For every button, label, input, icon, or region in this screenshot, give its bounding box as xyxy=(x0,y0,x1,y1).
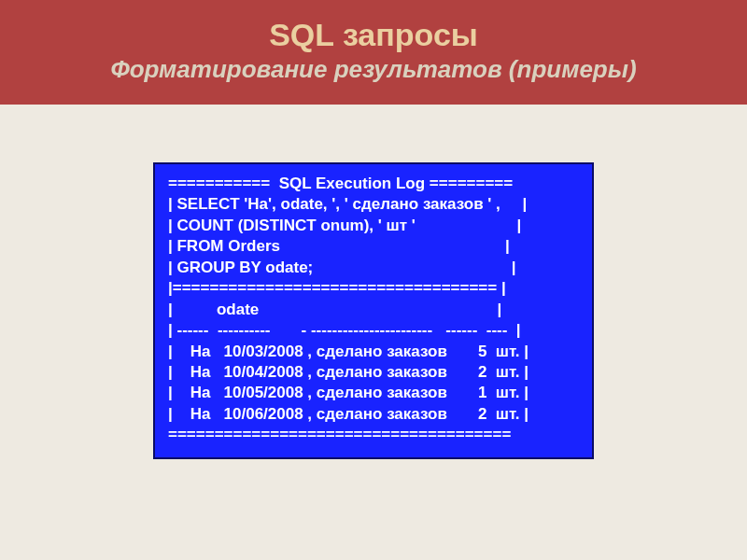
sql-line: =========== SQL Execution Log ========= xyxy=(168,174,579,194)
sql-line: | ------ ---------- - ------------------… xyxy=(168,320,579,341)
page-title: SQL запросы xyxy=(9,17,738,53)
sql-line: | FROM Orders | xyxy=(168,236,579,257)
sql-line: | GROUP BY odate; | xyxy=(168,258,579,278)
page-subtitle: Форматирование результатов (примеры) xyxy=(9,55,738,84)
sql-line: | На 10/05/2008 , сделано заказов 1 шт. … xyxy=(168,383,579,403)
sql-line: | SELECT 'На', odate, ', ' сделано заказ… xyxy=(168,194,579,215)
sql-line: | На 10/03/2008 , сделано заказов 5 шт. … xyxy=(168,342,579,362)
sql-line: |=================================== | xyxy=(168,278,579,299)
sql-line: | COUNT (DISTINCT onum), ' шт ' | xyxy=(168,216,579,236)
sql-line: | На 10/06/2008 , сделано заказов 2 шт. … xyxy=(168,404,579,425)
sql-execution-log: =========== SQL Execution Log ========= … xyxy=(153,162,594,459)
sql-box-wrapper: =========== SQL Execution Log ========= … xyxy=(0,162,747,459)
sql-line: | odate | xyxy=(168,300,579,320)
sql-line: | На 10/04/2008 , сделано заказов 2 шт. … xyxy=(168,362,579,383)
sql-line: ===================================== xyxy=(168,425,579,445)
header-bar: SQL запросы Форматирование результатов (… xyxy=(0,0,747,105)
